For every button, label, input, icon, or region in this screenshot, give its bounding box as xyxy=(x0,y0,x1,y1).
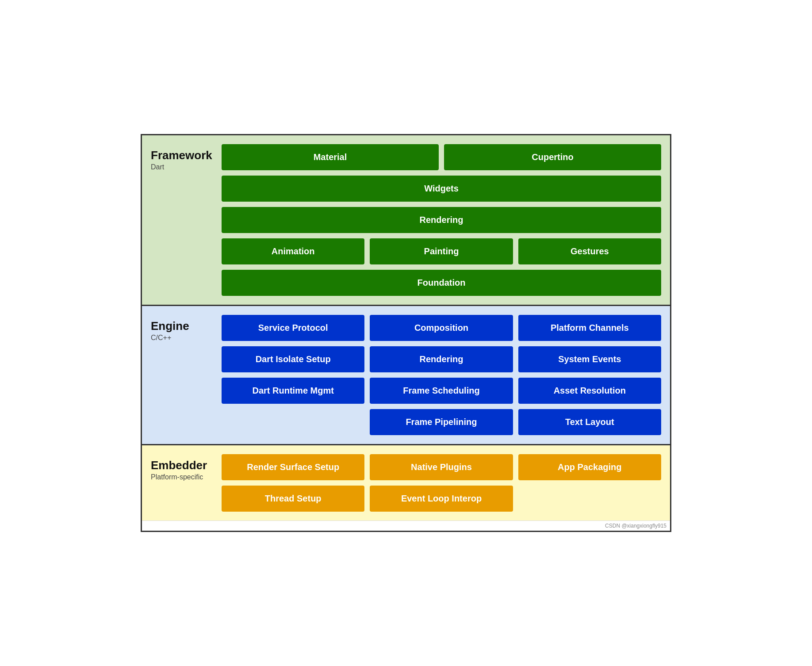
framework-painting: Painting xyxy=(370,238,513,264)
engine-rendering: Rendering xyxy=(370,346,513,372)
engine-dart-isolate-setup: Dart Isolate Setup xyxy=(222,346,364,372)
framework-rendering: Rendering xyxy=(222,207,661,233)
framework-title: Framework xyxy=(151,149,217,162)
engine-composition: Composition xyxy=(370,315,513,341)
engine-frame-pipelining: Frame Pipelining xyxy=(370,409,513,435)
engine-platform-channels: Platform Channels xyxy=(518,315,661,341)
engine-row-4: Frame Pipelining Text Layout xyxy=(222,409,661,435)
framework-foundation: Foundation xyxy=(222,270,661,296)
framework-label: Framework Dart xyxy=(151,144,222,296)
framework-row-2: Widgets xyxy=(222,176,661,202)
engine-service-protocol: Service Protocol xyxy=(222,315,364,341)
engine-asset-resolution: Asset Resolution xyxy=(518,378,661,404)
framework-cupertino: Cupertino xyxy=(444,144,661,170)
embedder-section: Embedder Platform-specific Render Surfac… xyxy=(142,445,670,521)
engine-content: Service Protocol Composition Platform Ch… xyxy=(222,315,661,435)
framework-row-3: Rendering xyxy=(222,207,661,233)
engine-label: Engine C/C++ xyxy=(151,315,222,435)
embedder-title: Embedder xyxy=(151,459,217,472)
engine-row-1: Service Protocol Composition Platform Ch… xyxy=(222,315,661,341)
framework-row-1: Material Cupertino xyxy=(222,144,661,170)
flutter-architecture-diagram: Framework Dart Material Cupertino Widget… xyxy=(141,134,671,532)
framework-animation: Animation xyxy=(222,238,364,264)
engine-dart-runtime-mgmt: Dart Runtime Mgmt xyxy=(222,378,364,404)
engine-title: Engine xyxy=(151,319,217,333)
engine-frame-scheduling: Frame Scheduling xyxy=(370,378,513,404)
framework-row-5: Foundation xyxy=(222,270,661,296)
embedder-app-packaging: App Packaging xyxy=(518,454,661,480)
engine-row-3: Dart Runtime Mgmt Frame Scheduling Asset… xyxy=(222,378,661,404)
engine-text-layout: Text Layout xyxy=(518,409,661,435)
framework-gestures: Gestures xyxy=(518,238,661,264)
embedder-row-1: Render Surface Setup Native Plugins App … xyxy=(222,454,661,480)
embedder-thread-setup: Thread Setup xyxy=(222,486,364,512)
framework-row-4: Animation Painting Gestures xyxy=(222,238,661,264)
framework-widgets: Widgets xyxy=(222,176,661,202)
engine-system-events: System Events xyxy=(518,346,661,372)
framework-material: Material xyxy=(222,144,439,170)
embedder-native-plugins: Native Plugins xyxy=(370,454,513,480)
engine-empty-1 xyxy=(222,409,364,435)
engine-row-2: Dart Isolate Setup Rendering System Even… xyxy=(222,346,661,372)
embedder-row-2: Thread Setup Event Loop Interop xyxy=(222,486,661,512)
engine-subtitle: C/C++ xyxy=(151,334,217,342)
framework-content: Material Cupertino Widgets Rendering xyxy=(222,144,661,296)
watermark: CSDN @xiangxiongfly915 xyxy=(142,521,670,531)
framework-section: Framework Dart Material Cupertino Widget… xyxy=(142,135,670,306)
embedder-render-surface-setup: Render Surface Setup xyxy=(222,454,364,480)
embedder-empty-1 xyxy=(518,486,661,512)
embedder-label: Embedder Platform-specific xyxy=(151,454,222,512)
framework-subtitle: Dart xyxy=(151,163,217,171)
embedder-subtitle: Platform-specific xyxy=(151,473,217,481)
embedder-event-loop-interop: Event Loop Interop xyxy=(370,486,513,512)
engine-section: Engine C/C++ Service Protocol Compositio… xyxy=(142,306,670,445)
embedder-content: Render Surface Setup Native Plugins App … xyxy=(222,454,661,512)
